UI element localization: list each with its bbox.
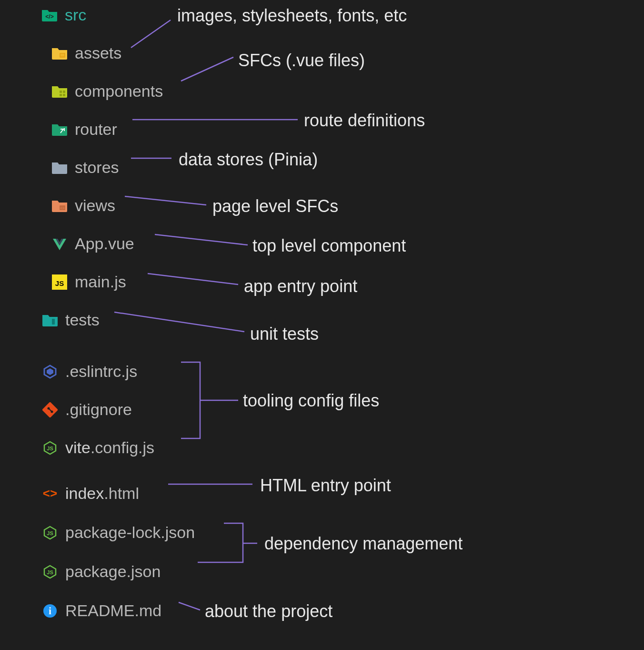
- tree-item-indexhtml[interactable]: <> index.html: [41, 484, 139, 503]
- tree-item-router[interactable]: router: [51, 120, 117, 139]
- tree-item-stores[interactable]: stores: [51, 158, 119, 177]
- svg-rect-15: [63, 91, 65, 93]
- stores-folder-icon: [51, 160, 68, 175]
- js-file-icon: JS: [51, 274, 68, 290]
- svg-rect-11: [60, 53, 65, 58]
- svg-text:i: i: [49, 606, 51, 616]
- svg-line-7: [114, 312, 244, 332]
- tree-label: .gitignore: [65, 400, 132, 419]
- tree-item-src[interactable]: </> src: [41, 6, 86, 24]
- svg-line-5: [155, 234, 248, 245]
- annotation-tooling: tooling config files: [243, 391, 379, 411]
- svg-line-0: [131, 20, 171, 48]
- views-folder-icon: <>: [51, 198, 68, 213]
- tree-item-appvue[interactable]: App.vue: [51, 234, 134, 253]
- svg-text:<>: <>: [60, 206, 65, 210]
- svg-text:<>: <>: [43, 486, 57, 500]
- tree-label: package-lock.json: [65, 523, 195, 542]
- annotation-components: SFCs (.vue files): [238, 51, 365, 71]
- svg-line-6: [148, 274, 238, 284]
- tree-label: stores: [75, 158, 119, 177]
- tree-label: assets: [75, 44, 121, 62]
- annotation-views: page level SFCs: [212, 196, 338, 216]
- tree-label: index.html: [65, 484, 139, 503]
- tests-folder-icon: [41, 313, 59, 328]
- annotation-indexhtml: HTML entry point: [260, 476, 391, 496]
- svg-text:JS: JS: [47, 530, 53, 536]
- router-folder-icon: [51, 122, 68, 137]
- git-icon: [41, 402, 59, 417]
- tree-label: App.vue: [75, 234, 134, 253]
- svg-rect-17: [63, 94, 65, 96]
- tree-item-packagejson[interactable]: JS package.json: [41, 562, 161, 581]
- annotation-mainjs: app entry point: [244, 276, 357, 296]
- tree-item-gitignore[interactable]: .gitignore: [41, 400, 132, 419]
- tree-label: src: [65, 6, 86, 24]
- annotation-assets: images, stylesheets, fonts, etc: [177, 6, 407, 26]
- tree-item-eslintrc[interactable]: .eslintrc.js: [41, 362, 137, 381]
- tree-item-mainjs[interactable]: JS main.js: [51, 273, 126, 291]
- annotation-stores: data stores (Pinia): [179, 150, 318, 170]
- vue-icon: [51, 236, 68, 252]
- tree-label: main.js: [75, 273, 126, 291]
- annotation-router: route definitions: [304, 111, 425, 131]
- svg-rect-16: [60, 94, 62, 96]
- eslint-icon: [41, 364, 59, 379]
- svg-rect-22: [52, 319, 55, 325]
- tree-label: README.md: [65, 601, 161, 620]
- tree-label: package.json: [65, 562, 161, 581]
- svg-rect-14: [60, 91, 62, 93]
- tree-label: vite.config.js: [65, 438, 154, 457]
- tree-item-views[interactable]: <> views: [51, 196, 115, 215]
- tree-item-assets[interactable]: assets: [51, 44, 121, 62]
- svg-line-9: [179, 602, 200, 610]
- annotation-tests: unit tests: [250, 324, 319, 344]
- tree-label: views: [75, 196, 115, 215]
- svg-line-1: [181, 57, 233, 81]
- tree-label: components: [75, 82, 163, 101]
- nodejs-icon: JS: [41, 564, 59, 579]
- code-folder-icon: </>: [41, 8, 58, 23]
- tree-item-components[interactable]: components: [51, 82, 163, 101]
- tree-label: tests: [65, 311, 100, 329]
- nodejs-icon: JS: [41, 440, 59, 456]
- components-folder-icon: [51, 84, 68, 99]
- info-icon: i: [41, 603, 59, 619]
- svg-text:JS: JS: [47, 569, 53, 575]
- assets-folder-icon: [51, 46, 68, 61]
- tree-label: router: [75, 120, 117, 139]
- svg-text:JS: JS: [47, 446, 53, 451]
- tree-item-viteconfig[interactable]: JS vite.config.js: [41, 438, 154, 457]
- annotation-readme: about the project: [205, 601, 332, 621]
- svg-line-4: [125, 196, 206, 205]
- annotation-appvue: top level component: [252, 236, 406, 256]
- tree-item-readme[interactable]: i README.md: [41, 601, 161, 620]
- annotation-dependency: dependency management: [264, 534, 463, 554]
- svg-text:JS: JS: [55, 279, 64, 287]
- tree-item-tests[interactable]: tests: [41, 311, 100, 329]
- nodejs-icon: JS: [41, 525, 59, 540]
- svg-text:</>: </>: [45, 13, 53, 20]
- tree-item-packagelock[interactable]: JS package-lock.json: [41, 523, 195, 542]
- svg-marker-24: [47, 368, 53, 375]
- html-icon: <>: [41, 486, 59, 501]
- tree-label: .eslintrc.js: [65, 362, 137, 381]
